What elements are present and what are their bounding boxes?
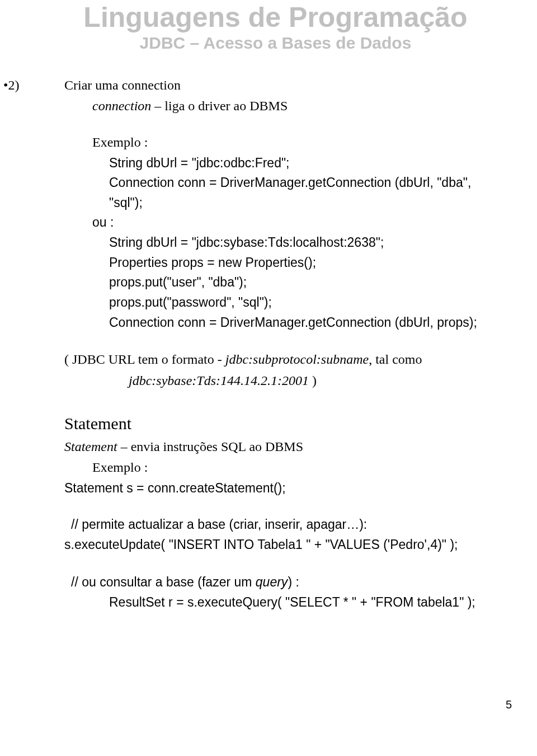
code-2-line-2: Properties props = new Properties(); — [64, 253, 487, 273]
code-2-line-3: props.put("user", "dba"); — [64, 273, 487, 293]
jdbc-url-note: ( JDBC URL tem o formato - jdbc:subproto… — [64, 349, 487, 370]
stmt-code-2: s.executeUpdate( "INSERT INTO Tabela1 " … — [64, 535, 487, 555]
stmt-code-3: ResultSet r = s.executeQuery( "SELECT * … — [64, 593, 487, 613]
stmt-comment-1: // permite actualizar a base (criar, ins… — [64, 515, 487, 535]
section-2-desc: connection – liga o driver ao DBMS — [64, 96, 487, 116]
statement-desc: Statement – envia instruções SQL ao DBMS — [64, 436, 487, 457]
word-connection: connection — [92, 98, 151, 113]
note-format: jdbc:subprotocol:subname — [225, 352, 369, 367]
comment2-pre: // ou consultar a base (fazer um — [71, 575, 256, 589]
doc-title: Linguagens de Programação — [64, 1, 487, 34]
doc-subtitle: JDBC – Acesso a Bases de Dados — [64, 34, 487, 53]
example-label-2: Exemplo : — [64, 457, 487, 478]
comment2-post: ) : — [288, 575, 299, 589]
code-2-line-5: Connection conn = DriverManager.getConne… — [64, 313, 487, 333]
section-2-title: Criar uma connection — [64, 78, 181, 92]
ou-label: ou : — [64, 213, 487, 233]
word-statement: Statement — [64, 439, 117, 454]
comment2-query: query — [256, 575, 288, 589]
note-pre: ( JDBC URL tem o formato - — [64, 352, 225, 367]
page-number: 5 — [506, 698, 512, 711]
page: Linguagens de Programação JDBC – Acesso … — [0, 1, 537, 756]
section-2-desc-text: – liga o driver ao DBMS — [151, 98, 288, 113]
bullet-2: •2) — [0, 75, 31, 96]
note-close: ) — [309, 373, 317, 388]
note-example-url: jdbc:sybase:Tds:144.14.2.1:2001 — [129, 373, 309, 388]
stmt-comment-2: // ou consultar a base (fazer um query) … — [64, 572, 487, 593]
statement-desc-text: – envia instruções SQL ao DBMS — [117, 439, 303, 454]
code-1-line-1: String dbUrl = "jdbc:odbc:Fred"; — [64, 153, 487, 173]
code-1-line-2: Connection conn = DriverManager.getConne… — [64, 173, 487, 213]
example-label-1: Exemplo : — [64, 132, 487, 153]
code-2-line-4: props.put("password", "sql"); — [64, 293, 487, 313]
stmt-code-1: Statement s = conn.createStatement(); — [64, 478, 487, 499]
code-2-line-1: String dbUrl = "jdbc:sybase:Tds:localhos… — [64, 233, 487, 253]
note-between: , tal como — [369, 352, 422, 367]
section-2-line: •2) Criar uma connection — [64, 75, 487, 96]
note-line-2: jdbc:sybase:Tds:144.14.2.1:2001 ) — [64, 370, 487, 391]
statement-heading: Statement — [64, 411, 487, 437]
